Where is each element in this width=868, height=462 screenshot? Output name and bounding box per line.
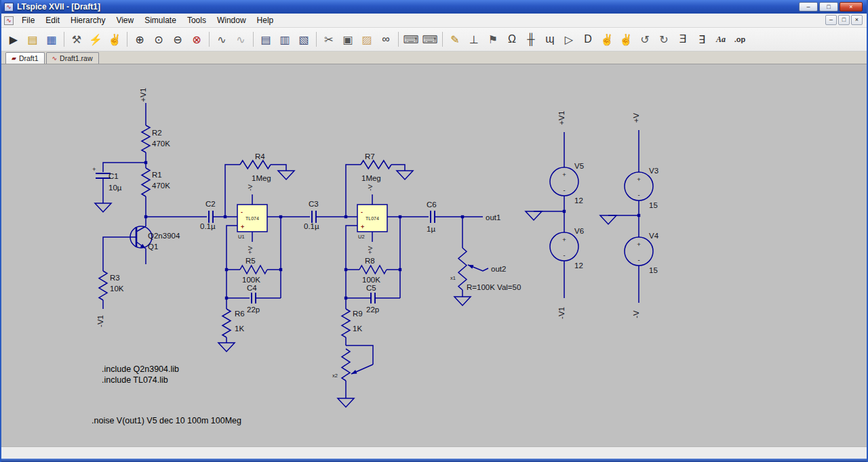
directive-include-q2n3904: .include Q2n3904.lib: [102, 364, 179, 374]
close-button[interactable]: ×: [840, 2, 863, 12]
ground-icon[interactable]: ⊥: [465, 30, 484, 48]
toolbar-separator: [398, 32, 399, 47]
component-icon[interactable]: D: [578, 30, 597, 48]
c3-ref: C3: [309, 200, 319, 208]
tab-draft1-raw[interactable]: ∿ Draft1.raw: [46, 52, 99, 64]
control-panel-icon[interactable]: ⚒: [67, 30, 86, 48]
halt-icon[interactable]: ✌: [105, 30, 124, 48]
menu-simulate[interactable]: Simulate: [139, 14, 182, 26]
move-icon[interactable]: ✌: [597, 30, 616, 48]
c6-ref: C6: [427, 201, 437, 209]
c1-ref: C1: [108, 172, 119, 180]
redo-icon[interactable]: ↻: [654, 30, 673, 48]
drag-icon[interactable]: ✌: [616, 30, 635, 48]
menu-tools[interactable]: Tools: [182, 14, 212, 26]
v6-value: 12: [574, 261, 583, 270]
u1-plus-mark: +: [241, 224, 244, 230]
undo-icon[interactable]: ↺: [635, 30, 654, 48]
run-icon[interactable]: ▶: [4, 30, 23, 48]
v4-plus-mark: +: [637, 240, 641, 248]
ground-icon: [338, 398, 354, 407]
spice-directive-icon[interactable]: .op: [730, 30, 749, 48]
zoom-in-icon[interactable]: ⊕: [130, 30, 149, 48]
v5-plus-mark: +: [562, 171, 566, 178]
titlebar[interactable]: ∿ LTspice XVII - [Draft1] – □ ×: [1, 0, 867, 14]
capacitor-icon[interactable]: ╫: [521, 30, 540, 48]
zoom-pan-icon[interactable]: ⊙: [149, 30, 168, 48]
v6-plus-mark: +: [562, 236, 566, 243]
text-icon[interactable]: Aa: [711, 30, 730, 48]
schematic-canvas[interactable]: - + TL074 U1 - + TL074 U2: [1, 64, 868, 446]
save-icon[interactable]: ▦: [42, 30, 61, 48]
inductor-icon[interactable]: ɰ: [540, 30, 559, 48]
find-icon[interactable]: ∞: [376, 30, 395, 48]
window-bottom-border: [1, 459, 867, 462]
maximize-button[interactable]: □: [819, 2, 838, 12]
capacitor-c5: [371, 293, 375, 303]
tab-draft1-label: Draft1: [19, 54, 39, 62]
tab-draft1-raw-label: Draft1.raw: [60, 54, 92, 62]
v5-minus-mark: -: [563, 186, 565, 194]
capacitor-c4: [252, 293, 256, 303]
paste-icon[interactable]: ▨: [357, 30, 376, 48]
r1-value: 470K: [152, 182, 170, 190]
component-labels: R2 470K R1 470K C1 10µ + R3 10K Q2n3904 …: [92, 129, 659, 379]
resistor-r2: [142, 125, 150, 152]
tab-draft1[interactable]: ▰ Draft1: [5, 52, 45, 64]
menu-edit[interactable]: Edit: [40, 14, 65, 26]
v6-minus-mark: -: [563, 251, 565, 259]
cut-icon[interactable]: ✂: [319, 30, 338, 48]
print-setup-icon[interactable]: ⌨: [420, 30, 439, 48]
mdi-child-icon[interactable]: ∿: [4, 16, 14, 25]
r4-ref: R4: [255, 152, 265, 161]
mdi-restore-button[interactable]: □: [838, 15, 850, 25]
autorange-icon[interactable]: ∿: [231, 30, 250, 48]
label-net-icon[interactable]: ⚑: [484, 30, 502, 48]
bom-icon[interactable]: ▥: [275, 30, 294, 48]
capacitor-c3: [312, 211, 316, 223]
toolbar-separator: [316, 32, 317, 47]
zoom-full-icon[interactable]: ⊗: [187, 30, 206, 48]
v3-minus-mark: -: [637, 191, 639, 198]
toolbar-separator: [64, 32, 64, 47]
run-man-icon[interactable]: ⚡: [86, 30, 105, 48]
mdi-close-button[interactable]: ×: [851, 15, 863, 25]
menu-file[interactable]: File: [16, 14, 40, 26]
rotate-icon[interactable]: Ǝ: [673, 30, 692, 48]
r5-ref: R5: [245, 257, 256, 265]
capacitor-c6: [431, 211, 435, 223]
mdi-minimize-button[interactable]: –: [825, 15, 837, 25]
wiper-arrow-x1: [468, 265, 474, 269]
capacitors[interactable]: [96, 173, 435, 303]
resistor-icon[interactable]: Ω: [502, 30, 521, 48]
resistors[interactable]: [99, 125, 467, 381]
menu-window[interactable]: Window: [212, 14, 252, 26]
r2-ref: R2: [152, 129, 162, 137]
menu-view[interactable]: View: [111, 14, 139, 26]
net-vminus1-left: -V1: [96, 315, 104, 327]
net-vminus1-supply: -V1: [557, 307, 566, 319]
ground-icon: [526, 211, 542, 220]
schematic-editor[interactable]: - + TL074 U1 - + TL074 U2: [1, 64, 867, 446]
plot-settings-icon[interactable]: ∿: [212, 30, 231, 48]
open-icon[interactable]: ▤: [23, 30, 42, 48]
capacitor-c2: [209, 211, 213, 223]
diode-icon[interactable]: ▷: [559, 30, 578, 48]
toolbar: ▶ ▤ ▦ ⚒ ⚡ ✌ ⊕ ⊙ ⊖ ⊗ ∿ ∿ ▤ ▥ ▧ ✂ ▣ ▨ ∞ ⌨ …: [1, 28, 867, 51]
zoom-out-icon[interactable]: ⊖: [168, 30, 187, 48]
menu-help[interactable]: Help: [252, 14, 279, 26]
u2-vminus-flag: -V: [366, 184, 374, 191]
app-icon: ∿: [4, 3, 14, 12]
wire-icon[interactable]: ✎: [446, 30, 465, 48]
mirror-icon[interactable]: ∃: [692, 30, 711, 48]
menu-hierarchy[interactable]: Hierarchy: [65, 14, 111, 26]
netlist-icon[interactable]: ▤: [256, 30, 275, 48]
spice-directives[interactable]: .include Q2n3904.lib .include TL074.lib …: [92, 364, 241, 425]
ground-icon: [278, 171, 294, 180]
efficiency-report-icon[interactable]: ▧: [294, 30, 313, 48]
net-out1: out1: [486, 213, 500, 222]
directive-noise: .noise V(out1) V5 dec 10 100m 100Meg: [92, 416, 241, 425]
minimize-button[interactable]: –: [799, 2, 818, 12]
print-icon[interactable]: ⌨: [401, 30, 420, 48]
copy-icon[interactable]: ▣: [338, 30, 357, 48]
